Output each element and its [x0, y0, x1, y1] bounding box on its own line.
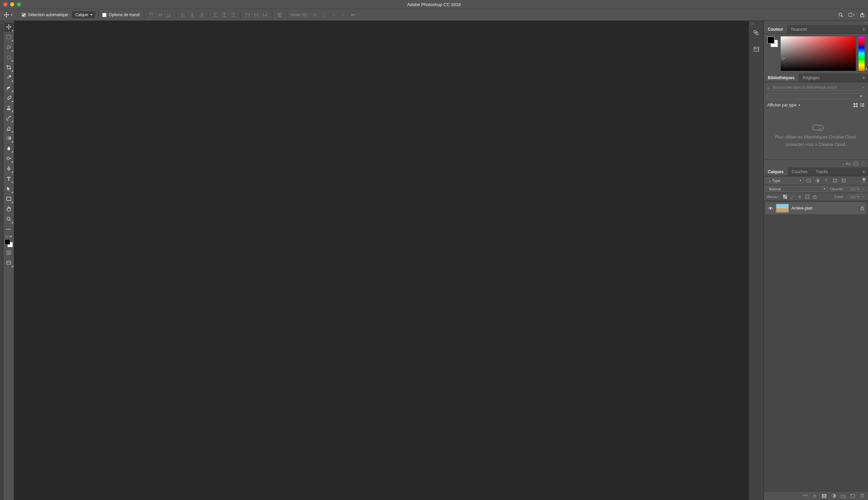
3d-roll-icon[interactable] — [321, 11, 328, 19]
layer-filter-toggle[interactable] — [863, 178, 865, 183]
swap-colors-icon[interactable]: ⇄ — [9, 235, 12, 238]
distribute-bottom-icon[interactable] — [229, 11, 237, 19]
lock-position-icon[interactable] — [797, 194, 803, 200]
new-layer-icon[interactable] — [850, 493, 855, 499]
auto-select-input[interactable] — [22, 13, 26, 17]
distribute-left-icon[interactable] — [244, 11, 251, 19]
new-group-icon[interactable] — [841, 493, 846, 499]
maximize-window-button[interactable] — [17, 2, 21, 7]
filter-shape-icon[interactable] — [831, 178, 839, 184]
transform-controls-input[interactable] — [102, 13, 107, 17]
lock-transparency-icon[interactable] — [782, 194, 788, 200]
trash-icon[interactable] — [861, 161, 865, 166]
left-gutter[interactable]: ›› — [0, 21, 3, 500]
quick-mask-tool[interactable] — [4, 248, 13, 258]
filter-type-icon[interactable]: T — [823, 178, 830, 184]
swap-colors-controls[interactable]: ◱⇄ — [5, 235, 13, 238]
screen-mode-tool[interactable] — [4, 258, 13, 268]
eraser-tool[interactable] — [4, 123, 13, 133]
foreground-background-colors[interactable] — [5, 239, 13, 247]
marquee-tool[interactable] — [4, 32, 13, 42]
auto-align-icon[interactable] — [276, 11, 283, 19]
quick-selection-tool[interactable] — [4, 53, 13, 62]
layers-panel-menu-icon[interactable]: ≡ — [860, 170, 868, 174]
align-bottom-edges-icon[interactable] — [165, 11, 173, 19]
libraries-search-input[interactable] — [771, 84, 865, 91]
layer-thumbnail[interactable] — [776, 204, 789, 213]
tab-color[interactable]: Couleur — [764, 25, 787, 33]
lasso-tool[interactable] — [4, 43, 13, 52]
tab-libraries[interactable]: Bibliothèques — [764, 73, 799, 82]
history-panel-icon[interactable] — [751, 28, 761, 38]
type-tool[interactable] — [4, 174, 13, 183]
display-by-type-label[interactable]: Afficher par type — [767, 103, 797, 107]
layer-visibility-icon[interactable] — [768, 206, 773, 210]
layer-mask-icon[interactable] — [822, 493, 827, 499]
zoom-tool[interactable] — [4, 214, 13, 224]
layer-name[interactable]: Arrière-plan — [791, 206, 858, 211]
tab-swatches[interactable]: Nuancier — [787, 25, 811, 33]
layer-list[interactable]: Arrière-plan — [764, 201, 868, 491]
lock-all-icon[interactable] — [812, 194, 817, 200]
expand-dock-icon[interactable]: ‹‹ — [749, 21, 754, 27]
layer-locked-icon[interactable] — [860, 206, 864, 210]
libraries-select-dropdown[interactable] — [767, 93, 865, 99]
eyedropper-tool[interactable] — [4, 73, 13, 82]
color-field-picker[interactable] — [781, 36, 856, 71]
path-selection-tool[interactable] — [4, 184, 13, 193]
hue-slider[interactable] — [859, 36, 865, 71]
grid-view-icon[interactable] — [853, 103, 858, 107]
dodge-tool[interactable] — [4, 154, 13, 163]
filter-adjustment-icon[interactable] — [814, 178, 821, 184]
3d-slide-icon[interactable] — [340, 11, 347, 19]
align-vertical-centers-icon[interactable] — [156, 11, 164, 19]
collapse-panels-icon[interactable]: ›› — [864, 21, 866, 25]
layer-filter-kind-dropdown[interactable]: ⌕ Type — [767, 178, 804, 183]
color-panel-menu-icon[interactable]: ≡ — [860, 27, 868, 32]
default-colors-icon[interactable]: ◱ — [5, 235, 9, 238]
move-tool[interactable] — [4, 22, 13, 32]
tab-channels[interactable]: Couches — [788, 168, 812, 176]
tab-adjustments[interactable]: Réglages — [799, 73, 824, 82]
align-right-edges-icon[interactable] — [197, 11, 205, 19]
auto-select-checkbox[interactable]: Sélection automatique : — [22, 12, 70, 17]
properties-panel-icon[interactable] — [751, 44, 761, 54]
share-icon[interactable] — [859, 12, 865, 18]
lock-image-icon[interactable] — [790, 194, 795, 200]
tab-layers[interactable]: Calques — [764, 168, 788, 176]
distribute-hcenter-icon[interactable] — [253, 11, 260, 19]
delete-layer-icon[interactable] — [859, 493, 865, 499]
edit-toolbar[interactable] — [4, 224, 13, 234]
chevron-down-icon[interactable]: ▾ — [862, 86, 864, 89]
gradient-tool[interactable] — [4, 134, 13, 143]
crop-tool[interactable] — [4, 62, 13, 72]
pen-tool[interactable] — [4, 164, 13, 173]
tab-paths[interactable]: Tracés — [812, 168, 832, 176]
link-layers-icon[interactable] — [803, 493, 808, 499]
frame-options-icon[interactable]: ▾ — [848, 12, 855, 18]
filter-smart-icon[interactable] — [840, 178, 847, 184]
lock-artboard-icon[interactable] — [805, 194, 810, 200]
align-left-edges-icon[interactable] — [180, 11, 187, 19]
transform-controls-checkbox[interactable]: Options de transf. — [102, 12, 141, 17]
distribute-vcenter-icon[interactable] — [221, 11, 228, 19]
align-top-edges-icon[interactable] — [148, 11, 155, 19]
adjustment-layer-icon[interactable] — [831, 493, 836, 499]
history-brush-tool[interactable] — [4, 113, 13, 123]
canvas-area[interactable] — [14, 21, 749, 500]
fill-field[interactable]: 100 % — [848, 194, 865, 199]
opacity-field[interactable]: 100 % — [848, 187, 865, 191]
foreground-color-swatch[interactable] — [5, 239, 10, 245]
layer-style-icon[interactable]: fx — [812, 493, 817, 499]
align-horizontal-centers-icon[interactable] — [189, 11, 196, 19]
list-view-icon[interactable] — [860, 103, 865, 107]
search-icon[interactable] — [838, 12, 844, 18]
rectangle-tool[interactable] — [4, 194, 13, 204]
hand-tool[interactable] — [4, 204, 13, 214]
color-panel-swatches[interactable] — [767, 36, 778, 47]
layer-item-background[interactable]: Arrière-plan — [765, 202, 867, 214]
brush-tool[interactable] — [4, 93, 13, 102]
auto-select-target-dropdown[interactable]: Calque — [72, 11, 95, 18]
blend-mode-dropdown[interactable]: Normal — [767, 186, 827, 192]
3d-pan-icon[interactable] — [330, 11, 337, 19]
